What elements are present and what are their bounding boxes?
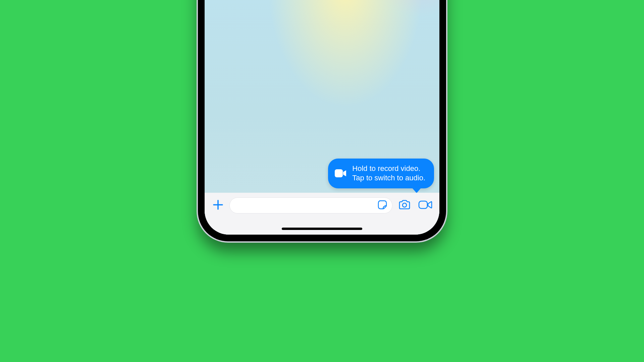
tooltip-line1: Hold to record video. xyxy=(352,164,420,173)
home-indicator[interactable] xyxy=(282,228,362,230)
sticker-icon xyxy=(377,200,387,211)
sticker-button[interactable] xyxy=(377,200,387,211)
record-hint-tooltip: Hold to record video. Tap to switch to a… xyxy=(328,159,434,188)
camera-icon xyxy=(398,199,411,212)
svg-rect-4 xyxy=(419,201,427,208)
svg-rect-0 xyxy=(335,169,343,177)
tooltip-line2: Tap to switch to audio. xyxy=(352,174,425,182)
svg-point-3 xyxy=(402,203,407,207)
video-icon xyxy=(418,200,432,211)
video-icon xyxy=(335,169,347,178)
video-record-button[interactable] xyxy=(417,197,434,214)
phone-screen: Hold to record video. Tap to switch to a… xyxy=(205,0,439,235)
attach-button[interactable] xyxy=(210,197,226,214)
tooltip-text: Hold to record video. Tap to switch to a… xyxy=(352,164,425,183)
camera-button[interactable] xyxy=(396,197,413,214)
phone-frame: Hold to record video. Tap to switch to a… xyxy=(198,0,446,241)
message-input[interactable] xyxy=(229,197,392,214)
plus-icon xyxy=(212,199,224,212)
